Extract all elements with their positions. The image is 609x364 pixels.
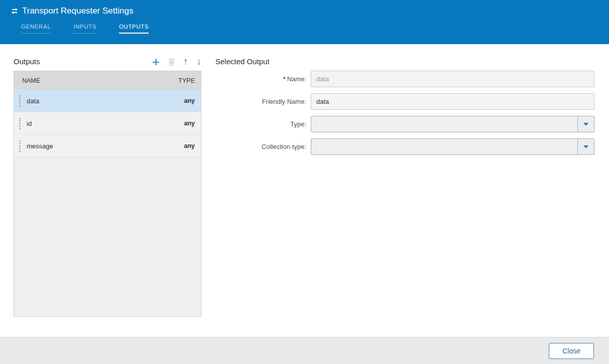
dialog-header: Transport Requester Settings GENERAL INP…	[0, 0, 609, 44]
row-name: data	[27, 97, 39, 105]
delete-icon[interactable]	[168, 58, 175, 66]
collection-type-dropdown-button[interactable]	[577, 139, 594, 154]
tab-inputs[interactable]: INPUTS	[73, 24, 96, 34]
drag-handle-icon[interactable]	[19, 100, 21, 102]
selected-output-title: Selected Output	[215, 57, 270, 66]
type-dropdown-button[interactable]	[577, 116, 594, 132]
row-type: any	[184, 142, 195, 149]
outputs-panel-title: Outputs	[14, 57, 40, 66]
type-dropdown[interactable]	[311, 116, 594, 132]
drag-handle-icon[interactable]	[19, 145, 21, 147]
table-row[interactable]: id any	[14, 112, 201, 135]
row-type: any	[184, 97, 195, 104]
tab-bar: GENERAL INPUTS OUTPUTS	[21, 24, 609, 34]
row-type: any	[184, 120, 195, 127]
row-name: id	[27, 120, 32, 127]
column-header-name: NAME	[22, 77, 40, 84]
type-dropdown-value	[311, 116, 577, 132]
chevron-down-icon	[583, 145, 588, 148]
tab-general[interactable]: GENERAL	[21, 24, 51, 34]
collection-type-dropdown-value	[311, 139, 577, 154]
transport-icon	[11, 8, 18, 14]
friendly-name-label: Friendly Name:	[215, 98, 311, 105]
required-marker: *	[283, 75, 286, 83]
selected-output-form: *Name: Friendly Name: Type:	[215, 71, 594, 155]
column-header-type: TYPE	[178, 77, 195, 84]
chevron-down-icon	[583, 123, 588, 126]
table-row[interactable]: message any	[14, 135, 201, 157]
tab-outputs[interactable]: OUTPUTS	[119, 24, 149, 34]
close-button[interactable]: Close	[549, 343, 594, 359]
dialog-body: Outputs + ↑ ↓ NAME	[0, 44, 609, 337]
name-label: *Name:	[215, 75, 311, 83]
table-row[interactable]: data any	[14, 90, 201, 112]
drag-handle-icon[interactable]	[19, 123, 21, 124]
add-icon[interactable]: +	[152, 56, 160, 67]
outputs-panel: Outputs + ↑ ↓ NAME	[14, 53, 201, 337]
outputs-toolbar: + ↑ ↓	[152, 56, 201, 67]
dialog-footer: Close	[0, 337, 609, 364]
outputs-table-header: NAME TYPE	[14, 71, 201, 90]
transport-requester-settings-dialog: Transport Requester Settings GENERAL INP…	[0, 0, 609, 364]
collection-type-label: Collection type:	[215, 143, 311, 150]
friendly-name-field[interactable]	[311, 93, 594, 110]
selected-output-panel: Selected Output *Name: Friendly Name: Ty…	[215, 53, 594, 337]
move-down-icon[interactable]: ↓	[197, 57, 202, 66]
row-name: message	[27, 142, 53, 150]
dialog-title: Transport Requester Settings	[22, 6, 133, 16]
collection-type-dropdown[interactable]	[311, 138, 594, 155]
move-up-icon[interactable]: ↑	[183, 57, 188, 66]
type-label: Type:	[215, 120, 311, 128]
name-field[interactable]	[311, 71, 594, 87]
outputs-table: NAME TYPE data any id any message any	[14, 71, 201, 317]
